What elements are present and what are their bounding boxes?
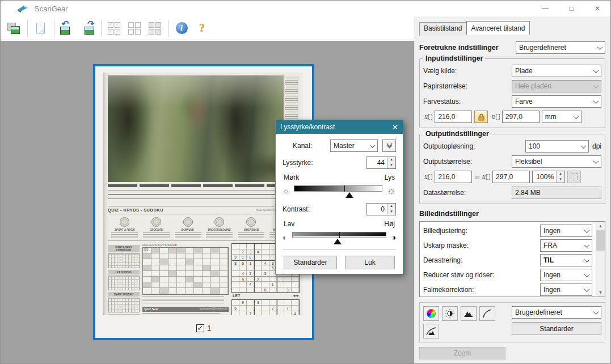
sudoku-hard-grid: 936277427189143668953268: [231, 299, 300, 315]
info-icon[interactable]: i: [172, 19, 191, 37]
sun-bright-icon: ☼: [387, 185, 397, 196]
quiz-section-header: QUIZ - KRYDS - SUDOKU MAIL: QUIZMASTER@J…: [108, 206, 300, 214]
brightness-slider[interactable]: [294, 184, 382, 197]
input-height-field[interactable]: 297,0: [502, 111, 540, 123]
saturation-color-icon[interactable]: [423, 306, 439, 321]
uncheck-all-frames-icon: [125, 19, 144, 37]
spin-down-icon: ▼: [387, 209, 395, 215]
dialog-title: Lysstyrke/kontrast: [280, 123, 335, 131]
expand-channels-button[interactable]: [382, 139, 396, 152]
low-label: Lav: [284, 220, 294, 228]
puzzle-section: GÅRDAGENS LØSNINGER LET SUDOKU SVÆR SUDO…: [108, 243, 300, 315]
scanner-icon: [16, 5, 29, 12]
quiz-category-row: SPORT & FRITID GEOGRAFI SAMFUND UNDERHOL…: [108, 214, 300, 241]
maximize-button[interactable]: □: [558, 1, 584, 16]
toolbar-separator: [54, 20, 54, 37]
image-settings-title: Billedindstillinger: [419, 210, 605, 218]
dialog-close-icon[interactable]: ✕: [392, 123, 398, 132]
scrollbar-thumb[interactable]: [596, 230, 605, 251]
zoom-button: Zoom: [419, 347, 505, 359]
help-icon[interactable]: ?: [192, 19, 212, 37]
crossword-title: DAGENS KRYDSORD: [142, 243, 229, 247]
brightness-spinner[interactable]: 44 ▲▼: [366, 156, 396, 169]
select-all-frames-icon: [145, 19, 165, 37]
unsharp-mask-select[interactable]: FRA: [540, 239, 592, 252]
spin-down-icon: ▼: [557, 177, 564, 183]
photo-caption-line: [108, 184, 276, 187]
output-size-label: Outputstørrelse:: [423, 158, 472, 166]
crossword-instructions: [142, 297, 224, 304]
scanned-newspaper-page: QUIZ - KRYDS - SUDOKU MAIL: QUIZMASTER@J…: [103, 73, 303, 315]
channel-select[interactable]: Master: [330, 139, 378, 152]
image-settings-list: Billedjustering: Ingen Uskarp maske: FRA…: [419, 221, 605, 297]
contrast-label: Kontrast:: [283, 205, 310, 213]
output-height-field[interactable]: 297,0: [492, 171, 530, 183]
output-width-field[interactable]: 216,0: [435, 171, 472, 183]
scroll-down-icon: ▼: [596, 288, 605, 297]
input-settings-group: Inputindstillinger Vælg kilde: Plade Pap…: [419, 58, 605, 128]
rotate-right-icon[interactable]: ↷: [78, 19, 97, 37]
favorites-select[interactable]: Brugerdefineret: [516, 41, 605, 54]
category-icon: [120, 217, 129, 227]
final-review-icon[interactable]: [423, 324, 439, 338]
category-icon: [183, 217, 193, 227]
unit-select[interactable]: mm: [542, 111, 581, 123]
spin-up-icon: ▲: [557, 171, 564, 177]
dust-scratches-select[interactable]: Ingen: [540, 269, 592, 281]
output-size-select[interactable]: Fleksibel: [512, 155, 601, 168]
dust-scratches-label: Reducer støv og ridser:: [423, 271, 494, 279]
window-title: ScanGear: [35, 5, 68, 13]
contrast-slider-handle[interactable]: [334, 239, 342, 244]
scangear-window: ScanGear — □ ✕ ↶ ↷ ✓✓✓✓ i ?: [0, 0, 611, 364]
quiz-answers-bar: Quiz Svar quizmaster@jfmedier.dk: [142, 307, 229, 312]
histogram-icon[interactable]: [461, 306, 477, 321]
favorites-label: Foretrukne indstillinger: [419, 44, 499, 52]
article-text-lines: [108, 190, 300, 202]
resolution-select[interactable]: 100: [525, 140, 589, 153]
scale-spinner[interactable]: 100% ▲▼: [532, 171, 565, 183]
tone-curve-icon[interactable]: [479, 306, 495, 321]
contrast-slider[interactable]: [292, 230, 386, 244]
spin-down-icon: ▼: [387, 163, 395, 168]
descreen-select[interactable]: TIL: [540, 254, 592, 266]
dialog-title-bar[interactable]: Lysstyrke/kontrast ✕: [276, 120, 403, 134]
adjustment-preset-select[interactable]: Brugerdefineret: [512, 306, 601, 319]
close-button[interactable]: ✕: [584, 1, 610, 16]
sudoku-easy-label: LET★★: [231, 293, 300, 299]
brightness-contrast-icon[interactable]: [442, 306, 458, 321]
high-label: Høj: [384, 220, 395, 228]
spin-up-icon: ▲: [387, 204, 395, 209]
category-icon: [246, 217, 256, 227]
adjustment-defaults-button[interactable]: Standarder: [512, 322, 601, 335]
fading-correction-select[interactable]: Ingen: [540, 283, 592, 296]
aspect-lock-icon[interactable]: [474, 111, 488, 123]
thumbnail-view-icon[interactable]: [4, 19, 23, 37]
tab-basic-mode[interactable]: Basistilstand: [419, 22, 466, 36]
clear-preview-icon[interactable]: [31, 19, 50, 37]
data-size-label: Datastørrelse:: [423, 189, 466, 197]
image-settings-scrollbar[interactable]: ▲ ▼: [596, 222, 605, 297]
contrast-spinner[interactable]: 0 ▲▼: [366, 203, 396, 215]
spin-up-icon: ▲: [387, 157, 395, 163]
height-dimension-icon: ⇅: [490, 114, 499, 120]
contrast-high-icon: ◑: [391, 232, 396, 242]
rotate-left-icon[interactable]: ↶: [57, 19, 77, 37]
tab-advanced-mode[interactable]: Avanceret tilstand: [466, 21, 529, 35]
title-bar: ScanGear — □ ✕: [1, 1, 610, 16]
dark-label: Mørk: [284, 173, 299, 181]
color-adjustment-box: Brugerdefineret Standarder: [419, 302, 605, 342]
color-mode-select[interactable]: Farve: [512, 95, 601, 108]
minimize-button[interactable]: —: [532, 1, 558, 16]
source-select[interactable]: Plade: [512, 65, 601, 77]
input-width-field[interactable]: 216,0: [435, 111, 472, 123]
mode-tabs: Basistilstand Avanceret tilstand: [419, 22, 605, 36]
dialog-close-button[interactable]: Luk: [345, 256, 395, 269]
page-number-label: 1: [207, 324, 211, 332]
image-adjustment-select[interactable]: Ingen: [540, 225, 592, 237]
brightness-slider-handle[interactable]: [345, 192, 353, 198]
link-dimensions-icon: ∞: [474, 173, 478, 181]
settings-panel: Basistilstand Avanceret tilstand Foretru…: [414, 16, 610, 363]
width-dimension-icon: ⇅: [423, 114, 432, 120]
page-checkbox[interactable]: ✓: [196, 324, 204, 332]
dialog-defaults-button[interactable]: Standarder: [284, 256, 337, 269]
